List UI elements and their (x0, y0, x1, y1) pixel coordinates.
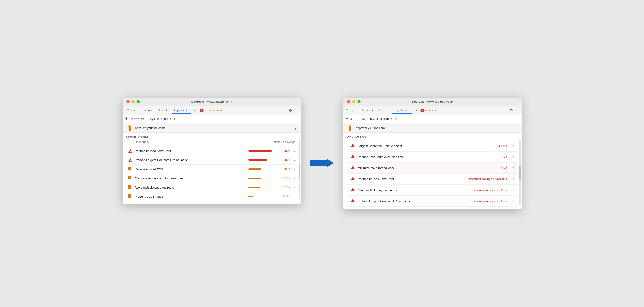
diag-value-3: Potential savings of 424 KiB (469, 177, 507, 181)
scrollbar-left[interactable] (299, 140, 300, 199)
tab-console-left[interactable]: Console (156, 107, 171, 114)
opp-row-3: Eliminate render-blocking resources 0.77… (126, 174, 297, 183)
expand-row-5[interactable]: ∨ (294, 195, 295, 198)
add-tab-right[interactable]: + (346, 116, 349, 121)
warning-icon-left: ▲ (209, 109, 212, 112)
badge-group-left: ✕ 10 ▲ 24 ■ 97 (200, 109, 222, 112)
row-bar-0 (248, 150, 279, 152)
more-tabs-right[interactable]: >> (412, 108, 418, 113)
block-icon-left[interactable]: ⊘ (174, 117, 177, 121)
opp-row-4: Avoid multiple page redirects 0.77s ∨ (126, 183, 297, 192)
row-label-3: Eliminate render-blocking resources (135, 177, 246, 180)
diag-icon-2: ! (351, 165, 355, 171)
more-menu-icon-right[interactable]: ⋮ (515, 108, 519, 113)
svg-text:!: ! (130, 150, 131, 153)
error-badge-right: ✕ 8 (420, 109, 426, 112)
row-label-1: Preload Largest Contentful Paint image (135, 158, 246, 162)
svg-text:!: ! (353, 145, 353, 147)
tab-elements-right[interactable]: Elements (358, 107, 375, 114)
tab-sources-right[interactable]: Sources (376, 107, 392, 114)
opp-row-5: Properly size images 0.16s ∨ (126, 192, 297, 201)
expand-diag-5[interactable]: ∨ (512, 200, 514, 203)
progress-bar-5 (248, 196, 252, 197)
scroll-thumb-right[interactable] (519, 166, 521, 180)
diag-label-2: Minimize main-thread work (358, 166, 490, 170)
devtools-icons-right: ⬚ ▭ (346, 108, 356, 113)
row-savings-4: 0.77s (281, 186, 290, 189)
window-title-left: DevTools - www.youtube.com/ (191, 100, 232, 103)
svg-rect-2 (129, 130, 130, 131)
lighthouse-url-left: https://m.youtube.com/ (135, 126, 291, 130)
expand-row-2[interactable]: ∨ (294, 168, 295, 171)
left-devtools-window: DevTools - www.youtube.com/ ⬚ ▭ Elements… (122, 98, 301, 204)
expand-diag-0[interactable]: ∨ (512, 144, 514, 148)
more-menu-icon-left[interactable]: ⋮ (294, 108, 298, 113)
more-tabs-left[interactable]: >> (192, 108, 198, 113)
error-badge-left: ✕ 10 (200, 109, 208, 112)
content-right: DIAGNOSTICS ! Largest Contentful Paint e… (343, 132, 522, 209)
expand-row-4[interactable]: ∨ (294, 186, 295, 189)
info-icon-left: ■ (217, 109, 218, 112)
blue-arrow-svg (310, 159, 334, 167)
row-label-2: Reduce unused CSS (135, 167, 246, 171)
diag-label-4: Avoid multiple page redirects (358, 188, 459, 192)
more-options-right[interactable]: ⋮ (514, 126, 518, 130)
tab-bar-left: ⬚ ▭ Elements Console Lighthouse >> ✕ 10 … (122, 106, 301, 115)
row-bar-2 (248, 168, 279, 170)
scrollbar-right[interactable] (519, 140, 521, 205)
block-icon-right[interactable]: ⊘ (395, 117, 398, 121)
row-savings-3: 0.77s (281, 177, 290, 180)
inspect-icon-right[interactable]: ⬚ (346, 108, 350, 113)
diag-icon-5: ! (351, 198, 355, 204)
row-bar-1 (248, 159, 279, 161)
row-label-0: Reduce unused JavaScript (135, 149, 246, 153)
expand-row-3[interactable]: ∨ (294, 177, 295, 180)
domain-right: m.youtube.com (370, 117, 389, 121)
settings-icon-right[interactable]: ⚙ (510, 108, 513, 113)
row-savings-5: 0.16s (281, 195, 290, 198)
opp-row-0: ! Reduce unused JavaScript 2.59s ∨ (126, 146, 297, 155)
warning-badge-right: ▲ 7 (428, 109, 433, 112)
close-button[interactable] (126, 100, 130, 103)
scroll-thumb-left[interactable] (299, 164, 300, 178)
diag-value-1: 1.5 s (500, 155, 507, 159)
expand-diag-4[interactable]: ∨ (512, 189, 514, 192)
svg-rect-8 (128, 176, 132, 179)
expand-diag-2[interactable]: ∨ (512, 167, 514, 170)
chevron-left[interactable]: ▾ (170, 117, 171, 120)
minimize-button[interactable] (132, 100, 135, 103)
svg-text:!: ! (353, 200, 353, 202)
device-icon[interactable]: ▭ (131, 108, 135, 113)
diag-icon-3: ! (351, 176, 355, 182)
settings-icon-left[interactable]: ⚙ (289, 108, 292, 113)
expand-diag-3[interactable]: ∨ (512, 178, 514, 181)
device-icon-right[interactable]: ▭ (352, 108, 356, 113)
chevron-right-addr[interactable]: ▾ (391, 117, 392, 120)
svg-rect-10 (128, 194, 132, 198)
maximize-button[interactable] (137, 100, 140, 103)
error-icon-left: ✕ (200, 109, 204, 112)
maximize-button-right[interactable] (357, 100, 360, 103)
row-bar-3 (248, 178, 279, 179)
row-bar-4 (248, 187, 279, 188)
diag-label-5: Preload Largest Contentful Paint image (358, 199, 459, 203)
left-title-bar: DevTools - www.youtube.com/ (122, 98, 301, 106)
progress-bar-2 (248, 168, 261, 170)
add-tab-left[interactable]: + (125, 116, 128, 121)
lighthouse-icon-right (347, 125, 354, 131)
progress-bar-3 (248, 178, 261, 179)
inspect-icon[interactable]: ⬚ (125, 108, 129, 113)
expand-row-0[interactable]: ∨ (294, 149, 295, 152)
diag-sep-1: — (492, 155, 496, 159)
tab-elements-left[interactable]: Elements (138, 107, 154, 114)
tab-lighthouse-right[interactable]: Lighthouse (392, 107, 411, 114)
expand-row-1[interactable]: ∨ (294, 159, 295, 162)
row-label-4: Avoid multiple page redirects (135, 186, 246, 189)
tab-lighthouse-left[interactable]: Lighthouse (172, 107, 191, 114)
diag-row-5: ! Preload Largest Contentful Paint image… (347, 196, 518, 207)
more-options-left[interactable]: ⋮ (294, 126, 297, 130)
minimize-button-right[interactable] (352, 100, 356, 103)
close-button-right[interactable] (347, 100, 350, 103)
diag-row-2: ! Minimize main-thread work — 2.6 s ∨ (347, 163, 518, 174)
expand-diag-1[interactable]: ∨ (512, 155, 514, 159)
